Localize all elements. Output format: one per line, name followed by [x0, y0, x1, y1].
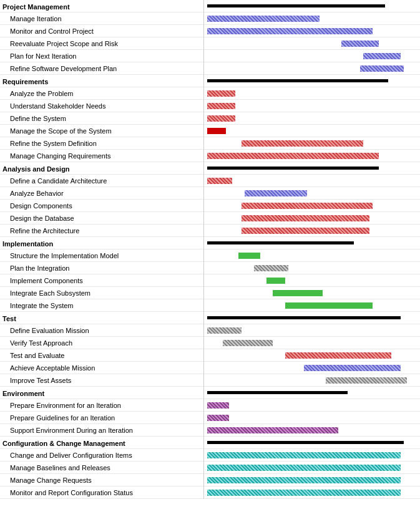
task-chart-row [204, 62, 420, 75]
task-chart-row [204, 299, 420, 312]
section-chart-row [204, 237, 420, 249]
task-label: Support Environment During an Iteration [0, 424, 203, 437]
task-chart-row [204, 324, 420, 337]
task-chart-row [204, 125, 420, 137]
task-label: Prepare Guidelines for an Iteration [0, 412, 203, 424]
task-label: Manage Change Requests [0, 474, 203, 486]
task-label: Verify Test Approach [0, 337, 203, 349]
task-chart-row [204, 212, 420, 225]
task-label: Refine the Architecture [0, 225, 203, 237]
section-chart-row [204, 162, 420, 175]
task-label: Manage Changing Requirements [0, 150, 203, 162]
task-label: Monitor and Control Project [0, 25, 203, 37]
task-chart-row [204, 25, 420, 37]
task-chart-row [204, 262, 420, 274]
task-label: Reevaluate Project Scope and Risk [0, 37, 203, 50]
section-chart-row [204, 312, 420, 324]
task-chart-row [204, 249, 420, 262]
task-chart-row [204, 225, 420, 237]
task-chart-row [204, 37, 420, 50]
task-label: Define a Candidate Architecture [0, 175, 203, 187]
chart-area [204, 0, 420, 499]
task-chart-row [204, 100, 420, 112]
task-label: Integrate the System [0, 299, 203, 312]
task-label: Plan the Integration [0, 262, 203, 274]
task-label: Plan for Next Iteration [0, 50, 203, 62]
task-chart-row [204, 12, 420, 25]
section-header: Configuration & Change Management [0, 437, 203, 449]
task-chart-row [204, 200, 420, 212]
task-chart-row [204, 187, 420, 200]
task-chart-row [204, 274, 420, 287]
task-label: Manage Baselines and Releases [0, 462, 203, 474]
task-chart-row [204, 399, 420, 412]
section-header: Test [0, 312, 203, 324]
task-chart-row [204, 412, 420, 424]
task-chart-row [204, 175, 420, 187]
task-label: Understand Stakeholder Needs [0, 100, 203, 112]
section-header: Implementation [0, 237, 203, 249]
task-label: Achieve Acceptable Mission [0, 362, 203, 374]
task-list: Project ManagementManage IterationMonito… [0, 0, 204, 499]
section-header: Project Management [0, 0, 203, 12]
gantt-chart: Project ManagementManage IterationMonito… [0, 0, 420, 499]
task-label: Analyze the Problem [0, 87, 203, 100]
task-chart-row [204, 449, 420, 462]
section-header: Requirements [0, 75, 203, 87]
task-chart-row [204, 362, 420, 374]
task-chart-row [204, 150, 420, 162]
task-label: Improve Test Assets [0, 374, 203, 387]
task-label: Manage Iteration [0, 12, 203, 25]
task-chart-row [204, 349, 420, 362]
task-chart-row [204, 87, 420, 100]
task-chart-row [204, 112, 420, 125]
task-label: Prepare Environment for an Iteration [0, 399, 203, 412]
task-label: Monitor and Report Configuration Status [0, 486, 203, 499]
task-label: Define Evaluation Mission [0, 324, 203, 337]
task-chart-row [204, 137, 420, 150]
task-label: Design the Database [0, 212, 203, 225]
task-chart-row [204, 424, 420, 437]
task-label: Refine the System Definition [0, 137, 203, 150]
task-label: Design Components [0, 200, 203, 212]
section-header: Environment [0, 387, 203, 399]
section-chart-row [204, 437, 420, 449]
task-label: Manage the Scope of the System [0, 125, 203, 137]
task-chart-row [204, 337, 420, 349]
task-label: Structure the Implementation Model [0, 249, 203, 262]
task-label: Change and Deliver Configuration Items [0, 449, 203, 462]
task-chart-row [204, 374, 420, 387]
task-label: Implement Components [0, 274, 203, 287]
section-header: Analysis and Design [0, 162, 203, 175]
section-chart-row [204, 387, 420, 399]
task-chart-row [204, 50, 420, 62]
section-chart-row [204, 75, 420, 87]
section-chart-row [204, 0, 420, 12]
task-chart-row [204, 486, 420, 499]
task-chart-row [204, 462, 420, 474]
task-label: Integrate Each Subsystem [0, 287, 203, 299]
task-chart-row [204, 287, 420, 299]
task-label: Define the System [0, 112, 203, 125]
task-label: Refine Software Development Plan [0, 62, 203, 75]
task-chart-row [204, 474, 420, 486]
task-label: Test and Evaluate [0, 349, 203, 362]
task-label: Analyze Behavior [0, 187, 203, 200]
